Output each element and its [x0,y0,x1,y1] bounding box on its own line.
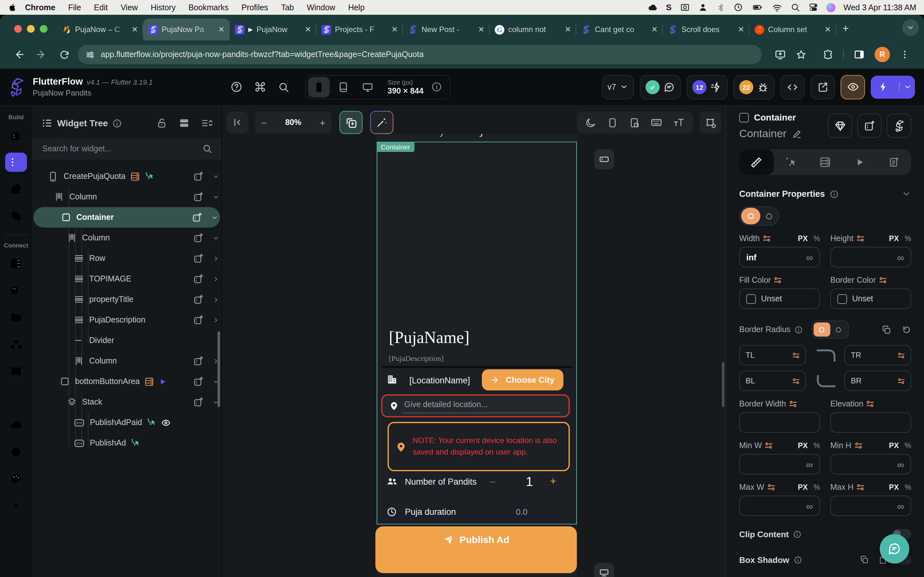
tree-row[interactable]: Row [32,248,221,269]
chrome-menu-icon[interactable] [900,49,910,60]
info-icon[interactable] [112,118,122,128]
spotlight-icon[interactable] [790,3,800,12]
back-button[interactable] [13,49,24,60]
dark-mode-icon[interactable] [585,117,596,128]
canvas-frames-button[interactable] [339,111,363,134]
infinity-icon[interactable]: ∞ [897,251,904,263]
sync-icon[interactable]: S [666,3,672,12]
tree-row[interactable]: Divider [32,330,221,351]
new-tab-button[interactable]: + [843,23,849,35]
shape-toggle[interactable] [739,206,779,226]
tree-row[interactable]: Stack [32,392,221,412]
support-chat-button[interactable] [880,534,909,564]
tab-flutterflow-active[interactable]: PujaNow Pa✕ [143,19,230,40]
set-from-variable-icon[interactable] [857,235,864,242]
infinity-icon[interactable]: ∞ [806,251,813,263]
tree-row[interactable]: PublishAd [32,433,221,453]
canvas-settings-button[interactable] [699,111,721,133]
chevron-right-icon[interactable] [210,316,221,324]
unset-checkbox[interactable] [746,294,756,303]
minimize-window-button[interactable] [27,25,35,33]
tree-row-selected[interactable]: Container [33,207,220,227]
tab-scroll[interactable]: Scroll does✕ [663,19,750,40]
selected-container-outline[interactable]: Container [PujaName] [PujaDescription] [… [376,142,577,524]
circle-option[interactable] [830,326,847,334]
tree-scrollbar[interactable] [218,332,220,407]
size-info-icon[interactable] [431,81,442,92]
rename-pencil-icon[interactable] [792,129,802,139]
tree-row[interactable]: bottomButtonArea [32,371,221,392]
user-icon[interactable] [698,3,708,12]
widget-checkbox[interactable] [739,113,749,122]
menu-window[interactable]: Window [307,3,335,12]
add-child-widget-icon[interactable] [193,171,204,181]
view-code-button[interactable] [780,75,804,99]
set-from-variable-icon[interactable] [765,442,773,450]
canvas[interactable]: y j Container [PujaName] [PujaDescriptio… [222,106,726,577]
bluetooth-icon[interactable] [716,3,725,12]
add-child-widget-icon[interactable] [193,397,204,407]
radius-tr-input[interactable]: TR [845,345,911,366]
side-panel-icon[interactable] [853,49,865,60]
add-child-widget-icon[interactable] [193,233,204,243]
set-from-variable-icon[interactable] [789,400,797,408]
tree-row[interactable]: Column [32,187,221,207]
set-from-variable-icon[interactable] [867,400,874,408]
issues-chip[interactable]: 12 [687,75,728,99]
decrement-button[interactable]: – [489,476,495,487]
tab-animations[interactable] [843,149,877,175]
rail-firestore[interactable] [5,254,27,273]
collapse-all-icon[interactable] [201,117,212,129]
tab-google-search[interactable]: G column not✕ [489,19,576,40]
rail-custom-actions[interactable] [5,442,27,462]
floating-keyboard-button[interactable] [594,563,614,577]
menu-profiles[interactable]: Profiles [242,3,268,12]
tab-backend[interactable] [808,149,842,175]
set-from-variable-icon[interactable] [774,276,782,284]
tree-row[interactable]: TOPIMAGE [32,269,221,289]
info-icon[interactable] [795,326,803,334]
review-chip[interactable] [640,75,681,99]
close-tab-icon[interactable]: ✕ [305,25,311,34]
add-child-widget-icon[interactable] [193,274,204,284]
rail-add-widget[interactable] [5,126,27,145]
text-scale-icon[interactable] [673,117,685,128]
close-window-button[interactable] [14,25,22,33]
height-input[interactable]: ∞ [830,247,911,268]
reset-icon[interactable] [901,325,911,334]
tree-row-page[interactable]: CreatePujaQuota [32,166,221,187]
forward-button[interactable] [36,49,47,60]
close-tab-icon[interactable]: ✕ [132,25,138,34]
extensions-icon[interactable] [822,49,834,60]
device-tablet-button[interactable] [333,77,354,97]
rail-storage[interactable] [5,308,27,327]
zoom-level[interactable]: 80% [285,118,301,127]
add-child-widget-icon[interactable] [193,376,204,387]
set-from-variable-icon[interactable] [855,442,862,450]
increment-button[interactable]: + [550,475,556,488]
tree-row[interactable]: PujaDescription [32,309,221,330]
control-center-icon[interactable] [808,3,818,12]
copy-icon[interactable] [860,555,869,564]
max-h-input[interactable]: ∞ [830,496,911,516]
tab-projects[interactable]: Projects - F✕ [317,19,403,40]
menu-tab[interactable]: Tab [281,3,294,12]
menu-edit[interactable]: Edit [94,3,108,12]
add-child-widget-icon[interactable] [193,253,204,263]
search-icon[interactable] [278,81,289,93]
run-options-chevron[interactable] [899,83,915,91]
omnibox[interactable]: app.flutterflow.io/project/puja-now-pand… [78,45,762,64]
command-palette-icon[interactable] [254,81,266,93]
puja-description-text[interactable]: [PujaDescription] [389,354,444,364]
tab-properties[interactable] [739,149,774,175]
tree-row[interactable]: Column [32,351,221,371]
onedrive-icon[interactable] [648,2,658,13]
device-phone-button[interactable] [308,77,330,97]
close-tab-icon[interactable]: ✕ [825,25,831,34]
close-tab-icon[interactable]: ✕ [651,25,658,34]
version-selector[interactable]: v7 [602,75,634,99]
rail-data-types[interactable] [5,281,27,300]
detailed-location-field[interactable]: Give detailed location... [381,394,570,417]
chevron-down-icon[interactable] [210,193,221,200]
tab-reddit[interactable]: Column set✕ [750,19,836,40]
